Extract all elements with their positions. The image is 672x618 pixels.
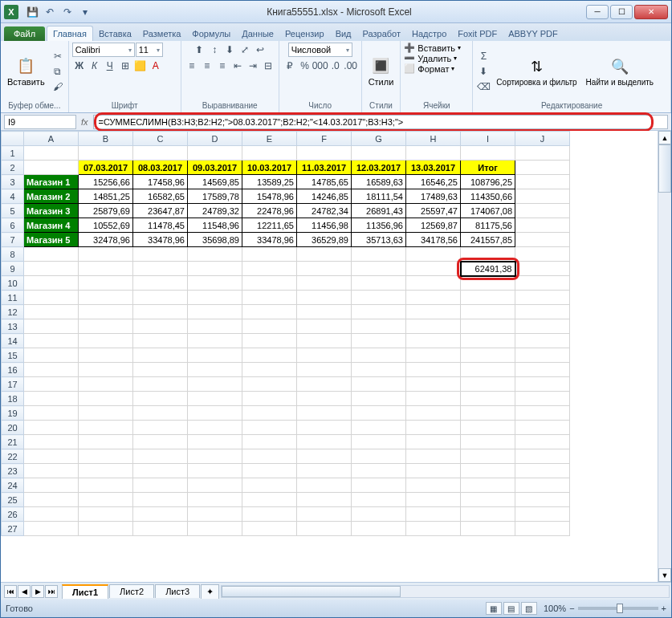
- cell-E7[interactable]: 33478,96: [242, 233, 297, 247]
- row-header-1[interactable]: 1: [2, 146, 24, 161]
- zoom-out-button[interactable]: −: [569, 604, 574, 613]
- cell-E12[interactable]: [242, 305, 297, 319]
- cell-D24[interactable]: [188, 478, 242, 493]
- cell-G19[interactable]: [352, 406, 406, 421]
- cell-J22[interactable]: [515, 449, 570, 464]
- row-header-26[interactable]: 26: [2, 507, 24, 522]
- italic-button[interactable]: К: [88, 59, 102, 73]
- cell-B24[interactable]: [79, 478, 133, 493]
- cell-D7[interactable]: 35698,89: [188, 233, 242, 247]
- cell-F11[interactable]: [297, 291, 352, 305]
- col-header-G[interactable]: G: [352, 132, 406, 146]
- tab-view[interactable]: Вид: [330, 26, 357, 41]
- find-select-button[interactable]: 🔍 Найти и выделить: [583, 55, 657, 88]
- cell-B10[interactable]: [79, 276, 133, 291]
- cell-A5[interactable]: Магазин 3: [24, 204, 79, 218]
- row-header-21[interactable]: 21: [2, 435, 24, 449]
- cell-H1[interactable]: [406, 146, 461, 161]
- cell-F24[interactable]: [297, 478, 352, 493]
- cell-J2[interactable]: [515, 161, 570, 175]
- delete-cells-button[interactable]: Удалить: [417, 54, 451, 63]
- cell-H7[interactable]: 34178,56: [406, 233, 461, 247]
- cell-F19[interactable]: [297, 406, 352, 421]
- cell-B14[interactable]: [79, 334, 133, 348]
- row-header-15[interactable]: 15: [2, 348, 24, 363]
- cell-D19[interactable]: [188, 406, 242, 421]
- cell-J1[interactable]: [515, 146, 570, 161]
- cell-J20[interactable]: [515, 421, 570, 435]
- format-cells-button[interactable]: Формат: [417, 64, 449, 74]
- cell-A21[interactable]: [24, 435, 79, 449]
- cell-A17[interactable]: [24, 377, 79, 392]
- tab-home[interactable]: Главная: [47, 26, 93, 41]
- cell-I11[interactable]: [461, 291, 515, 305]
- row-header-17[interactable]: 17: [2, 377, 24, 392]
- cell-B16[interactable]: [79, 363, 133, 377]
- cell-A3[interactable]: Магазин 1: [24, 175, 79, 189]
- cell-I4[interactable]: 114350,66: [461, 189, 515, 204]
- number-format-combo[interactable]: Числовой▾: [288, 43, 352, 57]
- cell-H5[interactable]: 25597,47: [406, 204, 461, 218]
- tab-abbyy[interactable]: ABBYY PDF: [503, 26, 564, 41]
- row-header-19[interactable]: 19: [2, 406, 24, 421]
- cell-C13[interactable]: [133, 319, 188, 334]
- cell-D1[interactable]: [188, 146, 242, 161]
- row-header-23[interactable]: 23: [2, 464, 24, 478]
- cell-H19[interactable]: [406, 406, 461, 421]
- row-header-8[interactable]: 8: [2, 247, 24, 262]
- cell-B1[interactable]: [79, 146, 133, 161]
- cell-E15[interactable]: [242, 348, 297, 363]
- indent-inc-button[interactable]: ⇥: [246, 59, 260, 73]
- cell-D22[interactable]: [188, 449, 242, 464]
- cell-G16[interactable]: [352, 363, 406, 377]
- cell-B18[interactable]: [79, 392, 133, 406]
- col-header-H[interactable]: H: [406, 132, 461, 146]
- cell-J25[interactable]: [515, 493, 570, 507]
- cell-G24[interactable]: [352, 478, 406, 493]
- font-color-button[interactable]: A: [149, 59, 163, 73]
- cell-D18[interactable]: [188, 392, 242, 406]
- cell-G14[interactable]: [352, 334, 406, 348]
- row-header-11[interactable]: 11: [2, 291, 24, 305]
- cell-G15[interactable]: [352, 348, 406, 363]
- cell-C17[interactable]: [133, 377, 188, 392]
- cell-H24[interactable]: [406, 478, 461, 493]
- cell-H11[interactable]: [406, 291, 461, 305]
- cell-D13[interactable]: [188, 319, 242, 334]
- cell-C27[interactable]: [133, 522, 188, 536]
- cell-B15[interactable]: [79, 348, 133, 363]
- cell-C2[interactable]: 08.03.2017: [133, 161, 188, 175]
- minimize-button[interactable]: ─: [586, 5, 609, 19]
- tab-layout[interactable]: Разметка: [137, 26, 187, 41]
- cell-J5[interactable]: [515, 204, 570, 218]
- row-header-5[interactable]: 5: [2, 204, 24, 218]
- cell-C8[interactable]: [133, 247, 188, 262]
- row-header-14[interactable]: 14: [2, 334, 24, 348]
- cell-A18[interactable]: [24, 392, 79, 406]
- cell-F8[interactable]: [297, 247, 352, 262]
- cell-I25[interactable]: [461, 493, 515, 507]
- cell-H15[interactable]: [406, 348, 461, 363]
- cell-B19[interactable]: [79, 406, 133, 421]
- cell-D25[interactable]: [188, 493, 242, 507]
- new-sheet-button[interactable]: ✦: [201, 584, 219, 599]
- cell-I26[interactable]: [461, 507, 515, 522]
- cell-C11[interactable]: [133, 291, 188, 305]
- cell-A10[interactable]: [24, 276, 79, 291]
- fx-icon[interactable]: fx: [81, 117, 88, 127]
- cell-E4[interactable]: 15478,96: [242, 189, 297, 204]
- cell-G11[interactable]: [352, 291, 406, 305]
- cell-G22[interactable]: [352, 449, 406, 464]
- cell-E2[interactable]: 10.03.2017: [242, 161, 297, 175]
- cell-G20[interactable]: [352, 421, 406, 435]
- sort-filter-button[interactable]: ⇅ Сортировка и фильтр: [493, 55, 580, 88]
- cell-G25[interactable]: [352, 493, 406, 507]
- cell-D17[interactable]: [188, 377, 242, 392]
- cell-J18[interactable]: [515, 392, 570, 406]
- cell-H26[interactable]: [406, 507, 461, 522]
- tab-addins[interactable]: Надстро: [406, 26, 452, 41]
- clear-button[interactable]: ⌫: [476, 79, 491, 94]
- cell-G12[interactable]: [352, 305, 406, 319]
- cell-H3[interactable]: 16546,25: [406, 175, 461, 189]
- sheet-tab-3[interactable]: Лист3: [155, 584, 200, 598]
